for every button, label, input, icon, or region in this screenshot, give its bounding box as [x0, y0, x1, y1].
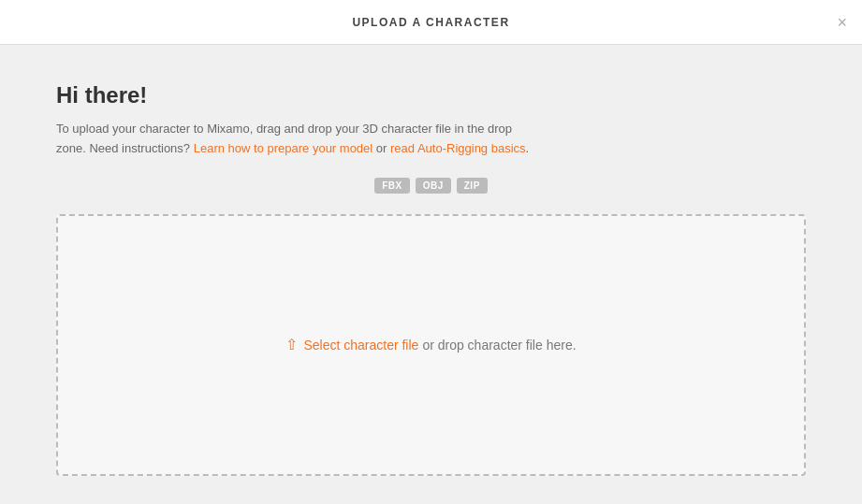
upload-icon: ⇧	[285, 336, 298, 353]
upload-character-modal: UPLOAD A CHARACTER × Hi there! To upload…	[0, 0, 862, 504]
description-text: To upload your character to Mixamo, drag…	[56, 120, 543, 159]
greeting-text: Hi there!	[56, 82, 806, 108]
drop-zone[interactable]: ⇧ Select character file or drop characte…	[56, 214, 806, 476]
drop-zone-text: Select character file or drop character …	[303, 338, 576, 353]
badge-obj: OBJ	[416, 178, 451, 194]
select-file-link[interactable]: Select character file	[303, 338, 418, 353]
format-badges: FBX OBJ ZIP	[56, 178, 806, 194]
description-part2: or	[373, 141, 390, 155]
modal-body: Hi there! To upload your character to Mi…	[0, 45, 862, 504]
drop-zone-content: ⇧ Select character file or drop characte…	[285, 336, 576, 353]
drop-label: or drop character file here.	[422, 338, 576, 353]
badge-zip: ZIP	[457, 178, 488, 194]
auto-rigging-link[interactable]: read Auto-Rigging basics	[390, 141, 526, 155]
modal-title: UPLOAD A CHARACTER	[352, 16, 509, 29]
learn-how-link[interactable]: Learn how to prepare your model	[194, 141, 373, 155]
badge-fbx: FBX	[374, 178, 410, 194]
description-part3: .	[526, 141, 530, 155]
close-button[interactable]: ×	[837, 14, 847, 31]
modal-header: UPLOAD A CHARACTER ×	[0, 0, 862, 45]
